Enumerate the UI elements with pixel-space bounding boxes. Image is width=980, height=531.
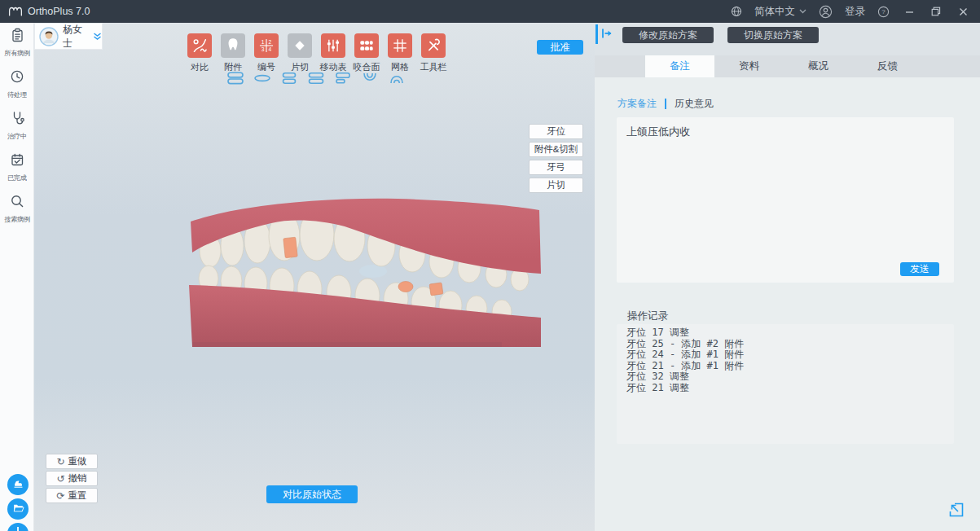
tab-2[interactable]: 资料 bbox=[714, 55, 784, 77]
svg-text:2: 2 bbox=[269, 39, 272, 45]
toolbar-item-tools[interactable]: 工具栏 bbox=[420, 33, 447, 73]
export-model-fab[interactable] bbox=[7, 474, 29, 495]
log-entry: 牙位 24 - 添加 #1 附件 bbox=[626, 349, 944, 361]
compare-original-button[interactable]: 对比原始状态 bbox=[266, 485, 358, 503]
diamond-icon bbox=[288, 33, 312, 58]
sidebar-item-2[interactable]: 待处理 bbox=[0, 64, 34, 106]
tooth-icon bbox=[221, 33, 245, 58]
language-label: 简体中文 bbox=[754, 5, 795, 19]
left-sidebar: 所有病例待处理治疗中已完成搜索病例 bbox=[0, 23, 34, 531]
calendar-check-icon bbox=[10, 152, 24, 170]
modify-original-plan-button[interactable]: 修改原始方案 bbox=[622, 27, 714, 43]
toggle-button-1[interactable]: 牙位 bbox=[529, 124, 583, 139]
double-chevron-down-icon bbox=[93, 33, 102, 41]
titlebar: OrthoPlus 7.0 简体中文 登录 ? bbox=[0, 0, 980, 23]
view-front-icon[interactable] bbox=[306, 72, 326, 85]
folder-fab[interactable] bbox=[7, 498, 29, 520]
sidebar-item-label: 搜索病例 bbox=[4, 215, 29, 225]
subtab-divider bbox=[665, 99, 666, 109]
history-button-label: 撤销 bbox=[68, 472, 87, 485]
toolbar-item-compare[interactable]: 对比 bbox=[186, 33, 213, 73]
minimize-icon[interactable] bbox=[902, 4, 916, 19]
svg-text:1: 1 bbox=[261, 39, 265, 45]
sidebar-item-label: 治疗中 bbox=[7, 132, 26, 142]
clock-icon bbox=[10, 69, 24, 87]
patient-selector[interactable]: 杨女士 bbox=[34, 23, 103, 50]
app-branding: OrthoPlus 7.0 bbox=[0, 6, 90, 17]
toggle-button-3[interactable]: 牙弓 bbox=[529, 160, 583, 175]
bite-gap bbox=[359, 265, 387, 278]
folder-icon bbox=[12, 502, 24, 517]
attachment-oval-lower bbox=[398, 282, 413, 292]
history-button-label: 重做 bbox=[68, 455, 87, 467]
collapse-panel-icon[interactable] bbox=[600, 27, 613, 43]
login-button[interactable]: 登录 bbox=[845, 5, 865, 19]
sidebar-item-3[interactable]: 治疗中 bbox=[0, 106, 34, 147]
view-occlusal-icon[interactable] bbox=[253, 72, 272, 85]
sidebar-item-1[interactable]: 所有病例 bbox=[0, 23, 34, 64]
operation-log: 牙位 17 调整牙位 25 - 添加 #2 附件牙位 24 - 添加 #1 附件… bbox=[617, 324, 954, 444]
right-panel: 修改原始方案 切换原始方案 备注资料概况反馈 方案备注历史意见 上颌压低内收 发… bbox=[595, 23, 980, 531]
help-icon[interactable]: ? bbox=[877, 6, 890, 18]
orthoplus-logo-icon bbox=[8, 6, 23, 17]
tab-1[interactable]: 备注 bbox=[645, 55, 714, 77]
toolbar-item-numbering[interactable]: 1234编号 bbox=[253, 33, 280, 73]
numbering-icon: 1234 bbox=[254, 33, 279, 58]
viewport-canvas: 对比附件1234编号片切移动表咬合面网格工具栏 批准 牙位附件&切割牙弓片切 bbox=[34, 23, 595, 531]
toolbar-item-sliders[interactable]: 移动表 bbox=[319, 33, 347, 73]
view-left-icon[interactable] bbox=[279, 72, 299, 85]
tools-icon bbox=[421, 33, 446, 58]
view-right-icon[interactable] bbox=[333, 72, 353, 85]
account-icon[interactable] bbox=[819, 5, 833, 19]
plus-fab[interactable] bbox=[7, 523, 29, 531]
model-base-shadow bbox=[192, 342, 502, 347]
app-title: OrthoPlus 7.0 bbox=[28, 6, 90, 17]
note-card: 上颌压低内收 发送 bbox=[617, 117, 954, 283]
log-entry: 牙位 25 - 添加 #2 附件 bbox=[626, 339, 944, 350]
toolbar-item-tooth[interactable]: 附件 bbox=[219, 33, 247, 73]
note-subtab-2[interactable]: 历史意见 bbox=[675, 97, 714, 111]
chevron-down-icon bbox=[799, 9, 806, 14]
log-entry: 牙位 21 调整 bbox=[626, 383, 944, 394]
upper-gum bbox=[191, 199, 541, 274]
undo-button[interactable]: ↺撤销 bbox=[46, 471, 98, 486]
toolbar-item-occlusal[interactable]: 咬合面 bbox=[353, 33, 380, 73]
toolbar-item-diamond[interactable]: 片切 bbox=[286, 33, 314, 73]
toolbar-item-label: 对比 bbox=[191, 61, 209, 73]
stethoscope-icon bbox=[10, 111, 24, 129]
tab-4[interactable]: 反馈 bbox=[853, 55, 922, 77]
view-lower-arch-icon[interactable] bbox=[360, 72, 380, 85]
log-entry: 牙位 32 调整 bbox=[626, 371, 944, 383]
redo-button[interactable]: ↻重做 bbox=[46, 454, 98, 469]
note-textarea[interactable]: 上颌压低内收 bbox=[617, 117, 954, 147]
sidebar-item-4[interactable]: 已完成 bbox=[0, 147, 34, 189]
grid-icon bbox=[388, 33, 412, 58]
search-icon bbox=[10, 194, 24, 212]
note-subtab-1[interactable]: 方案备注 bbox=[617, 97, 657, 111]
fab-group bbox=[7, 474, 29, 531]
svg-text:4: 4 bbox=[269, 46, 272, 52]
reset-button[interactable]: ⟳重置 bbox=[46, 488, 98, 503]
language-selector[interactable]: 简体中文 bbox=[754, 5, 806, 19]
sidebar-item-5[interactable]: 搜索病例 bbox=[0, 189, 34, 230]
attachment-rect-lower bbox=[429, 283, 443, 296]
view-upper-arch-icon[interactable] bbox=[387, 72, 407, 85]
tab-3[interactable]: 概况 bbox=[784, 55, 853, 77]
toggle-button-2[interactable]: 附件&切割 bbox=[529, 142, 583, 157]
fullscreen-expand-icon[interactable] bbox=[948, 502, 965, 518]
redo-icon: ↻ bbox=[56, 457, 64, 467]
send-button[interactable]: 发送 bbox=[900, 262, 939, 276]
approve-button[interactable]: 批准 bbox=[537, 40, 583, 55]
plus-icon bbox=[12, 526, 24, 531]
export-model-icon bbox=[12, 477, 24, 493]
teeth-3d-model[interactable] bbox=[186, 187, 544, 350]
view-both-arches-icon[interactable] bbox=[226, 72, 245, 85]
toolbar-item-grid[interactable]: 网格 bbox=[386, 33, 414, 73]
main-toolbar: 对比附件1234编号片切移动表咬合面网格工具栏 bbox=[186, 33, 447, 73]
notes-section: 方案备注历史意见 上颌压低内收 发送 操作记录 牙位 17 调整牙位 25 - … bbox=[595, 77, 980, 531]
sidebar-item-label: 待处理 bbox=[7, 90, 26, 100]
close-icon[interactable] bbox=[956, 4, 970, 19]
switch-original-plan-button[interactable]: 切换原始方案 bbox=[727, 27, 819, 43]
view-switcher bbox=[226, 72, 407, 85]
restore-icon[interactable] bbox=[929, 4, 943, 19]
